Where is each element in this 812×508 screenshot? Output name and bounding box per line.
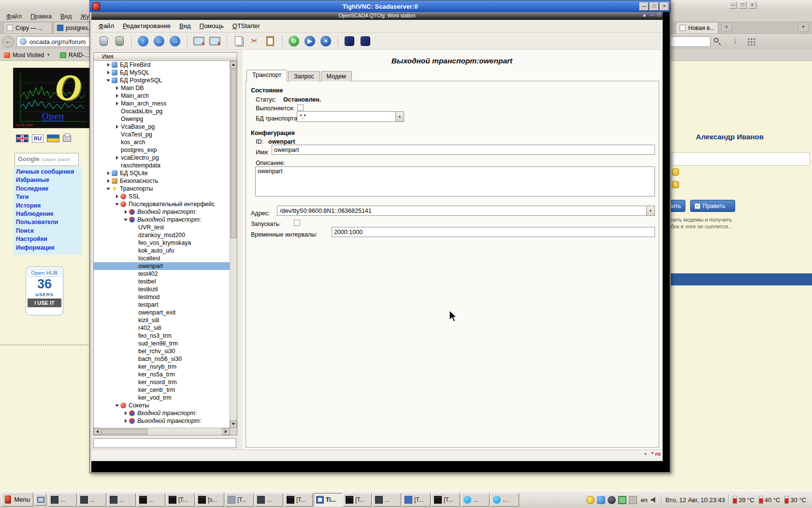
tree-item[interactable]: OscadaLibs_pg [94, 107, 230, 115]
tree-expander[interactable] [114, 194, 120, 199]
tree-item[interactable]: sud_len98_trm [94, 340, 230, 347]
bookmark-item[interactable]: Most Visited▼ [4, 52, 50, 59]
scada-shade-button[interactable]: ▲ [642, 13, 647, 17]
tree-expander[interactable] [123, 209, 129, 215]
bookmark-item[interactable]: RAID-... [60, 52, 89, 59]
toolbar-button[interactable] [231, 34, 246, 48]
toolbar-button[interactable]: ↻ [287, 34, 301, 48]
vnc-minimize-button[interactable]: — [639, 2, 649, 11]
tree-expander[interactable] [123, 217, 129, 223]
tree-item[interactable]: Входной транспорт: [94, 208, 230, 216]
tree-item[interactable]: owenpart_exit [94, 309, 230, 316]
firefox-minimize-button[interactable]: — [729, 1, 737, 9]
tree-item[interactable]: ker_ns5a_trm [94, 371, 230, 378]
toolbar-button[interactable]: + [191, 34, 206, 48]
search-icon[interactable] [714, 38, 724, 46]
toolbar-button[interactable]: ↑ [136, 34, 150, 48]
openhub-use-it-button[interactable]: I USE IT [28, 299, 61, 307]
sidebar-link[interactable]: Последние [16, 185, 79, 193]
tree-item[interactable]: ker_centr_trm [94, 386, 230, 394]
forum-username[interactable]: Александр Иванов [691, 133, 764, 141]
tree-filter-input[interactable] [93, 438, 236, 448]
name-input[interactable] [272, 145, 655, 155]
tab-Транспорт[interactable]: Транспорт [246, 70, 287, 81]
tree-item[interactable]: Выходной транспорт: [94, 417, 230, 425]
sidebar-link[interactable]: Избранные [16, 176, 79, 184]
db-transport-combobox[interactable]: *.* ▼ [297, 111, 404, 122]
tree-expander[interactable] [105, 170, 111, 176]
toolbar-button[interactable] [263, 34, 277, 48]
tree-expander[interactable] [114, 403, 120, 408]
tab-list-button[interactable]: ▼ [798, 22, 809, 32]
tree-item[interactable]: БД FireBird [94, 61, 230, 69]
scroll-down-button[interactable] [230, 420, 237, 428]
tree-expander[interactable] [105, 77, 111, 83]
tray-display-icon[interactable] [618, 496, 626, 504]
sidebar-link[interactable]: История [16, 202, 79, 210]
tree-item[interactable]: Сокеты [94, 402, 230, 409]
tree-item[interactable]: bel_rchv_si30 [94, 347, 230, 355]
task-button[interactable]: [Т... [284, 493, 313, 507]
tree-item[interactable]: testmod [94, 293, 230, 301]
toolbar-button[interactable]: ← [152, 34, 166, 48]
tree-item[interactable]: ker_nsryb_trm [94, 363, 230, 371]
scada-menu-item[interactable]: Редактирование [118, 21, 175, 31]
lang-indicator[interactable]: en [640, 496, 647, 504]
combo-arrow[interactable]: ▼ [395, 112, 404, 121]
flag-ru-icon[interactable]: RU [32, 134, 44, 143]
tree-item[interactable]: testbel [94, 278, 230, 285]
task-button[interactable]: [Т... [225, 493, 254, 507]
tree-item[interactable]: Main_arch [94, 92, 230, 100]
tree-vscrollbar[interactable] [230, 61, 237, 428]
task-button[interactable]: [Т... [166, 493, 195, 507]
tree-item[interactable]: БД MySQL [94, 69, 230, 76]
tree-item[interactable]: SSL [94, 193, 230, 200]
tree-expander[interactable] [105, 178, 111, 184]
tree-item[interactable]: kok_auto_ufo [94, 247, 230, 254]
back-button[interactable]: ← [2, 36, 14, 47]
firefox-close-button[interactable]: × [748, 1, 756, 9]
flag-uk-icon[interactable] [16, 134, 29, 142]
tree-item[interactable]: postgres_exp [94, 146, 230, 154]
tree-item[interactable]: bach_ns56_si30 [94, 355, 230, 363]
task-button[interactable]: [Т... [432, 493, 460, 507]
toolbar-button[interactable] [96, 34, 111, 48]
tree-item[interactable]: dzankoy_msd200 [94, 231, 230, 239]
task-button[interactable]: ... [78, 493, 106, 507]
tree-item[interactable]: Main_arch_mess [94, 100, 230, 107]
tab[interactable]: Copy — ... [3, 22, 52, 33]
menu-item[interactable]: Правка [26, 12, 56, 21]
tray-clock-icon[interactable] [586, 496, 594, 504]
sidebar-link[interactable]: Поиск [16, 227, 79, 235]
toolbar-button[interactable] [342, 34, 357, 48]
tree-item[interactable]: raschtempdata [94, 162, 230, 169]
flag-ua-icon[interactable] [47, 134, 59, 142]
print-icon[interactable] [63, 135, 71, 142]
toolbar-button[interactable]: → [168, 34, 182, 48]
scada-menu-item[interactable]: Файл [94, 21, 118, 31]
tree-item[interactable]: vcaElectro_pg [94, 154, 230, 162]
tree-expander[interactable] [114, 101, 120, 106]
tab-new-page[interactable]: Новая в... [676, 22, 718, 33]
url-text[interactable]: oscada.org/ru/forum [29, 38, 86, 45]
task-button[interactable]: Ti... [314, 493, 342, 507]
tray-network-icon[interactable] [597, 496, 605, 504]
tree-header[interactable]: Имя [94, 53, 237, 61]
tree-item[interactable]: testpart [94, 301, 230, 309]
tree-item[interactable]: VcaTest_pg [94, 131, 230, 138]
tree-item[interactable]: localtest [94, 254, 230, 262]
tree-expander[interactable] [105, 186, 111, 192]
tree-item[interactable]: testkizil [94, 285, 230, 293]
tree-item[interactable]: UVR_test [94, 224, 230, 231]
tree-item[interactable]: VcaBase_pg [94, 123, 230, 131]
tree-expander[interactable] [114, 201, 120, 207]
toolbar-button[interactable]: ▶ [303, 34, 317, 48]
tree-item[interactable]: feo_vos_krymskaya [94, 239, 230, 247]
vnc-titlebar[interactable]: TightVNC: Scadaserver:0 — □ × [90, 0, 670, 12]
task-button[interactable]: ... [461, 493, 490, 507]
tree-item[interactable]: Безопасность [94, 177, 230, 185]
description-textarea[interactable]: owenpart [255, 166, 655, 196]
task-button[interactable]: ... [107, 493, 136, 507]
tree-item[interactable]: kizil_si8 [94, 316, 230, 324]
timings-input[interactable] [332, 227, 655, 237]
